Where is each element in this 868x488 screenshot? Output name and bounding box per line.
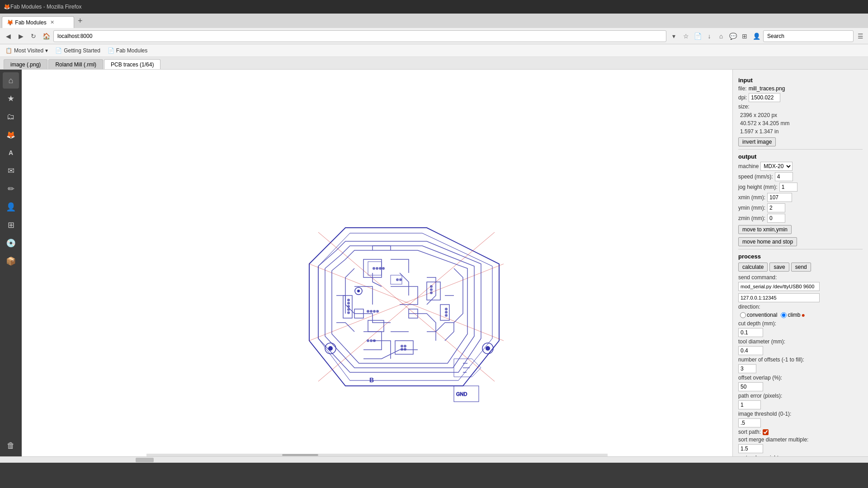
download-icon[interactable]: ↓: [704, 31, 714, 41]
sidebar-star-icon[interactable]: ★: [3, 90, 19, 107]
machine-row: machine MDX-20: [738, 162, 863, 171]
sidebar-person-icon[interactable]: 👤: [3, 199, 19, 215]
bookmark-star-icon[interactable]: ☆: [681, 31, 691, 41]
zmin-label: zmin (mm):: [738, 215, 765, 221]
svg-point-43: [401, 348, 403, 351]
climb-indicator: ●: [801, 311, 805, 319]
jog-input[interactable]: [779, 183, 797, 192]
svg-point-42: [404, 345, 406, 347]
forward-button[interactable]: ▶: [15, 31, 26, 42]
move-to-xmin-ymin-button[interactable]: move to xmin,ymin: [738, 225, 792, 234]
output-section-title: output: [738, 153, 863, 160]
cut-depth-input[interactable]: [738, 328, 763, 337]
app-tabs: image (.png) Roland Mill (.rml) PCB trac…: [0, 57, 868, 70]
tab-pcb-traces[interactable]: PCB traces (1/64): [104, 59, 160, 69]
climb-radio[interactable]: [781, 312, 787, 318]
fab-modules-bookmark[interactable]: 📄 Fab Modules: [106, 47, 149, 55]
sidebar-window-icon[interactable]: ⊞: [3, 217, 19, 233]
sort-order-label-row: sort order weight:: [738, 455, 863, 456]
conventional-radio[interactable]: [740, 312, 746, 318]
sort-merge-label: sort merge diameter multiple:: [738, 436, 808, 443]
tool-diameter-row: tool diameter (mm):: [738, 338, 863, 345]
num-offsets-row: number of offsets (-1 to fill):: [738, 357, 863, 363]
sidebar-disk-icon[interactable]: 💿: [3, 235, 19, 251]
reader-icon[interactable]: 📄: [693, 31, 703, 41]
most-visited-arrow: ▾: [45, 47, 48, 54]
reload-button[interactable]: ↻: [28, 31, 39, 42]
move-home-stop-button[interactable]: move home and stop: [738, 237, 797, 246]
direction-label: direction:: [738, 304, 760, 310]
offset-overlap-input[interactable]: [738, 382, 763, 391]
sidebar-edit-icon[interactable]: ✏: [3, 181, 19, 197]
sort-order-label: sort order weight:: [738, 455, 780, 456]
save-button[interactable]: save: [769, 263, 789, 272]
num-offsets-input[interactable]: [738, 364, 756, 373]
grid-icon[interactable]: ⊞: [740, 31, 750, 41]
tool-diameter-input[interactable]: [738, 346, 763, 355]
sort-merge-input[interactable]: [738, 444, 763, 453]
arrow-button[interactable]: ▾: [668, 31, 679, 42]
svg-point-39: [445, 311, 448, 314]
svg-rect-0: [146, 70, 608, 456]
machine-select[interactable]: MDX-20: [760, 162, 793, 171]
ymin-input[interactable]: [767, 203, 785, 212]
conventional-radio-label[interactable]: conventional: [740, 312, 777, 318]
back-button[interactable]: ◀: [3, 31, 14, 42]
xmin-input[interactable]: [767, 193, 792, 202]
sort-merge-row: sort merge diameter multiple:: [738, 436, 863, 443]
calculate-button[interactable]: calculate: [738, 263, 768, 272]
xmin-row: xmin (mm):: [738, 193, 863, 202]
invert-image-button[interactable]: invert image: [738, 137, 776, 146]
address-bar[interactable]: [53, 30, 666, 42]
scroll-thumb[interactable]: [136, 458, 154, 462]
xmin-label: xmin (mm):: [738, 194, 765, 201]
sidebar-folder-icon[interactable]: 🗂: [3, 108, 19, 125]
svg-point-32: [430, 291, 433, 294]
send-command-input[interactable]: [738, 282, 820, 291]
sidebar-box-icon[interactable]: 📦: [3, 253, 19, 269]
size-label-row: size:: [738, 103, 863, 110]
zmin-input[interactable]: [767, 214, 785, 223]
speed-row: speed (mm/s):: [738, 172, 863, 181]
new-tab-button[interactable]: +: [76, 16, 85, 26]
sidebar-home-icon[interactable]: ⌂: [3, 72, 19, 89]
sidebar-firefox-icon[interactable]: 🦊: [3, 127, 19, 143]
titlebar: 🦊 Fab Modules - Mozilla Firefox: [0, 0, 868, 14]
account-icon[interactable]: 👤: [751, 31, 761, 41]
sidebar-mail-icon[interactable]: ✉: [3, 163, 19, 179]
invert-btn-row: invert image: [738, 136, 863, 147]
navbar: ◀ ▶ ↻ 🏠 ▾ ☆ 📄 ↓ ⌂ 💬 ⊞ 👤 ☰: [0, 28, 868, 44]
chat-icon[interactable]: 💬: [728, 31, 738, 41]
machine-label: machine: [738, 163, 759, 169]
path-error-input[interactable]: [738, 400, 761, 409]
svg-point-28: [373, 310, 376, 313]
tab-image-png-label: image (.png): [10, 61, 41, 68]
homepage-icon[interactable]: ⌂: [716, 31, 726, 41]
svg-point-26: [367, 310, 369, 313]
getting-started-icon: 📄: [55, 47, 62, 54]
svg-point-38: [445, 308, 448, 310]
browser-tab-fab-modules[interactable]: 🦊 Fab Modules ✕: [2, 16, 74, 28]
send-ip-input[interactable]: [738, 293, 820, 302]
climb-radio-label[interactable]: climb ●: [781, 311, 805, 319]
send-command-label-row: send command:: [738, 274, 863, 281]
tab-close-button[interactable]: ✕: [50, 19, 54, 25]
conventional-label: conventional: [747, 312, 777, 318]
svg-point-27: [370, 310, 373, 313]
sort-path-checkbox[interactable]: [763, 429, 769, 435]
search-input[interactable]: [763, 30, 854, 42]
sidebar-amazon-icon[interactable]: A: [3, 145, 19, 161]
home-button[interactable]: 🏠: [41, 31, 52, 42]
menu-icon[interactable]: ☰: [855, 31, 865, 41]
most-visited-bookmark[interactable]: 📋 Most Visited ▾: [4, 47, 50, 55]
send-button[interactable]: send: [791, 263, 811, 272]
sidebar-trash-icon[interactable]: 🗑: [3, 437, 19, 454]
getting-started-bookmark[interactable]: 📄 Getting Started: [53, 47, 102, 55]
tab-roland-mill[interactable]: Roland Mill (.rml): [48, 59, 103, 69]
process-buttons-row: calculate save send: [738, 262, 863, 272]
image-threshold-input[interactable]: [738, 418, 761, 427]
dpi-input[interactable]: [749, 93, 780, 102]
speed-input[interactable]: [775, 172, 793, 181]
scrollbar-bottom[interactable]: [0, 456, 868, 463]
tab-image-png[interactable]: image (.png): [4, 59, 47, 69]
